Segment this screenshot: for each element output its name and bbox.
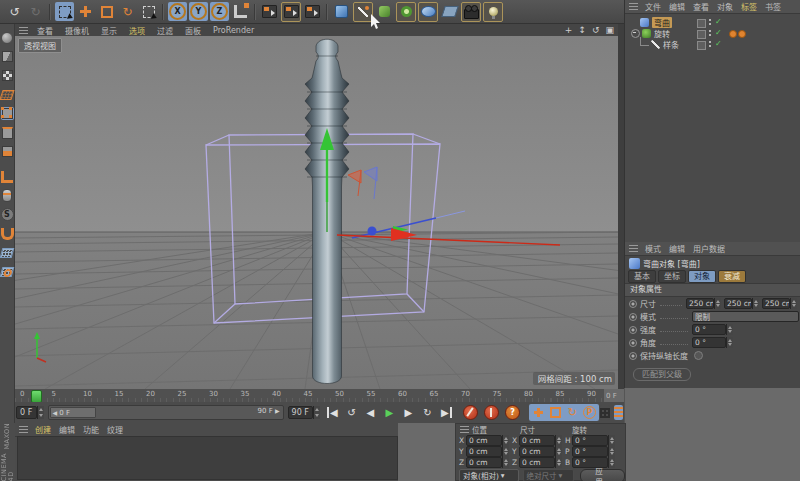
key-position-toggle[interactable] bbox=[531, 405, 546, 420]
coordinate-system-button[interactable] bbox=[231, 2, 250, 21]
camera-button[interactable] bbox=[461, 2, 481, 22]
lock-y-button[interactable]: Y bbox=[189, 2, 208, 21]
anim-dot-icon[interactable] bbox=[629, 300, 637, 308]
timeline-mode-button[interactable] bbox=[614, 405, 623, 420]
om-menu-tags[interactable]: 标签 bbox=[741, 1, 757, 12]
planar-workplane-button[interactable] bbox=[1, 265, 14, 278]
anim-dot-icon[interactable] bbox=[629, 326, 637, 334]
enabled-check-icon[interactable]: ✓ bbox=[715, 28, 722, 37]
viewport-menu-camera[interactable]: 摄像机 bbox=[65, 25, 89, 36]
zoom-view-icon[interactable]: ↕ bbox=[578, 25, 586, 35]
viewport-menu-prorender[interactable]: ProRender bbox=[213, 26, 254, 35]
fit-to-parent-button[interactable]: 匹配到父级 bbox=[633, 368, 691, 381]
panel-menu-icon[interactable] bbox=[629, 3, 638, 10]
size-x-field[interactable]: 250 cm bbox=[686, 298, 714, 309]
viewport-name-label[interactable]: 透视视图 bbox=[18, 38, 62, 53]
coord-mode-dropdown[interactable]: 对象(相对) ▾ bbox=[459, 469, 519, 481]
live-selection-tool[interactable] bbox=[55, 2, 74, 21]
panel-menu-icon[interactable] bbox=[19, 27, 28, 34]
stepper[interactable] bbox=[37, 406, 44, 419]
mat-menu-edit[interactable]: 编辑 bbox=[59, 424, 75, 435]
stepper[interactable] bbox=[714, 298, 721, 309]
timeline-slider[interactable]: ◀ 0 F 90 F ▶ bbox=[48, 405, 284, 420]
play-button[interactable]: ▶ bbox=[381, 405, 398, 421]
snap-settings-button[interactable]: S bbox=[1, 208, 14, 221]
object-row-bend[interactable]: 弯曲 ✓ bbox=[631, 17, 800, 28]
make-editable-button[interactable] bbox=[1, 31, 14, 44]
size-z-field[interactable]: 0 cm bbox=[519, 457, 555, 468]
viewport-menu-view[interactable]: 查看 bbox=[37, 25, 53, 36]
object-row-spline[interactable]: 样条 ✓ bbox=[631, 39, 800, 50]
key-rotation-toggle[interactable]: ↻ bbox=[565, 405, 580, 420]
autokey-button[interactable] bbox=[484, 405, 499, 420]
visibility-dots-icon[interactable] bbox=[709, 30, 711, 32]
mat-menu-texture[interactable]: 纹理 bbox=[107, 424, 123, 435]
rot-p-field[interactable]: 0 ° bbox=[572, 446, 608, 457]
size-y-field[interactable]: 250 cm bbox=[724, 298, 752, 309]
model-mode-button[interactable] bbox=[1, 50, 14, 63]
panel-menu-icon[interactable] bbox=[19, 426, 28, 433]
layer-tag-icon[interactable] bbox=[697, 19, 706, 28]
goto-end-button[interactable]: ▶ bbox=[438, 405, 455, 421]
am-menu-edit[interactable]: 编辑 bbox=[669, 243, 685, 254]
tab-basic[interactable]: 基本 bbox=[628, 270, 656, 283]
angle-field[interactable]: 0 ° bbox=[692, 337, 726, 348]
size-z-field[interactable]: 250 cm bbox=[762, 298, 790, 309]
lock-x-button[interactable]: X bbox=[168, 2, 187, 21]
edges-mode-button[interactable] bbox=[1, 126, 14, 139]
layer-tag-icon[interactable] bbox=[697, 41, 706, 50]
light-button[interactable] bbox=[483, 2, 503, 22]
viewport-menu-panel[interactable]: 面板 bbox=[185, 25, 201, 36]
key-pla-toggle[interactable] bbox=[600, 405, 610, 420]
om-menu-view[interactable]: 查看 bbox=[693, 1, 709, 12]
keyframe-selection-button[interactable]: ? bbox=[505, 405, 520, 420]
enabled-check-icon[interactable]: ✓ bbox=[715, 17, 722, 26]
size-x-field[interactable]: 0 cm bbox=[519, 435, 555, 446]
stepper[interactable] bbox=[502, 435, 509, 446]
z-axis-handle[interactable] bbox=[368, 227, 377, 236]
rot-h-field[interactable]: 0 ° bbox=[572, 435, 608, 446]
points-mode-button[interactable] bbox=[1, 107, 14, 120]
am-menu-userdata[interactable]: 用户数据 bbox=[693, 243, 725, 254]
last-tool[interactable] bbox=[139, 2, 158, 21]
workplane-button[interactable] bbox=[440, 2, 459, 21]
phong-tag-icon[interactable] bbox=[729, 30, 737, 38]
undo-icon[interactable]: ↺ bbox=[5, 2, 24, 21]
size-y-field[interactable]: 0 cm bbox=[519, 446, 555, 457]
texture-mode-button[interactable] bbox=[1, 69, 14, 82]
stepper[interactable] bbox=[555, 446, 562, 457]
pan-view-icon[interactable]: + bbox=[565, 25, 573, 35]
object-name[interactable]: 弯曲 bbox=[652, 17, 672, 28]
material-list-area[interactable] bbox=[17, 436, 398, 480]
rot-b-field[interactable]: 0 ° bbox=[572, 457, 608, 468]
render-view-button[interactable] bbox=[260, 2, 279, 21]
subdivision-surface-button[interactable] bbox=[375, 2, 394, 21]
viewport-solo-button[interactable] bbox=[1, 189, 14, 202]
pos-y-field[interactable]: 0 cm bbox=[466, 446, 502, 457]
pos-x-field[interactable]: 0 cm bbox=[466, 435, 502, 446]
object-row-lathe[interactable]: 旋转 ✓ bbox=[631, 28, 800, 39]
object-properties-section[interactable]: 对象属性 bbox=[625, 283, 800, 297]
mode-dropdown[interactable]: 限制 bbox=[692, 311, 799, 322]
key-parameter-toggle[interactable]: P bbox=[582, 405, 597, 420]
stepper[interactable] bbox=[313, 406, 320, 419]
am-menu-mode[interactable]: 模式 bbox=[645, 243, 661, 254]
previous-frame-button[interactable]: ◀ bbox=[362, 405, 379, 421]
key-scale-toggle[interactable] bbox=[548, 405, 563, 420]
stepper[interactable] bbox=[726, 337, 733, 348]
redo-icon[interactable]: ↻ bbox=[26, 2, 45, 21]
tab-coord[interactable]: 坐标 bbox=[658, 270, 686, 283]
add-primitive-button[interactable] bbox=[332, 2, 351, 21]
enable-snap-button[interactable] bbox=[1, 227, 14, 240]
scale-tool[interactable] bbox=[97, 2, 116, 21]
apply-button[interactable]: 应用 bbox=[580, 469, 625, 481]
timeline-slider-thumb[interactable]: ◀ 0 F bbox=[50, 407, 96, 418]
ruler-frame-field[interactable]: 0 F bbox=[606, 389, 618, 402]
stepper[interactable] bbox=[608, 446, 615, 457]
render-settings-button[interactable] bbox=[303, 2, 322, 21]
stepper[interactable] bbox=[790, 298, 797, 309]
move-tool[interactable] bbox=[76, 2, 95, 21]
goto-start-button[interactable]: ◀ bbox=[324, 405, 341, 421]
layer-tag-icon[interactable] bbox=[697, 30, 706, 39]
stepper[interactable] bbox=[608, 435, 615, 446]
